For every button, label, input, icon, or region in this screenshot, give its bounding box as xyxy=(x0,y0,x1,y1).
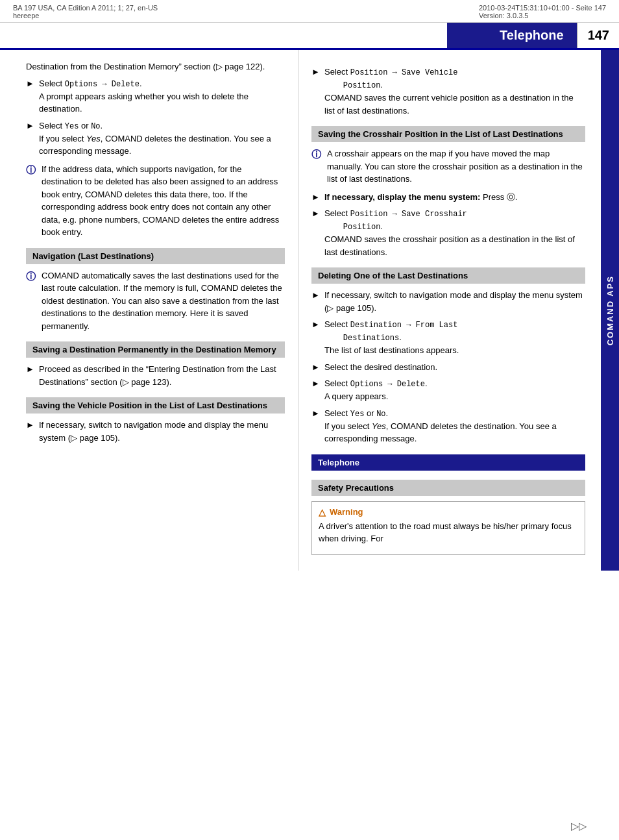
page-number: 147 xyxy=(577,23,619,48)
del4-detail: A query appears. xyxy=(324,391,388,401)
bullet-del-5: ► Select Yes or No. If you select Yes, C… xyxy=(311,407,585,445)
bullet-del-2: ► Select Destination → From Last Destina… xyxy=(311,318,585,357)
bullet2-detail: If you select Yes, COMAND deletes the de… xyxy=(39,134,271,156)
dest-memory-label: Saving a Destination Permanently in the … xyxy=(32,345,276,354)
info-icon-2: ⓘ xyxy=(26,269,39,333)
bullet-content-2: Select Yes or No. If you select Yes, COM… xyxy=(39,119,285,158)
bullet-arrow-d5: ► xyxy=(311,407,322,445)
info-note-text: If the address data, which supports navi… xyxy=(42,163,285,239)
bullet-content-1: Select Options → Delete. A prompt appear… xyxy=(39,77,285,116)
bullet-dest-memory: ► Proceed as described in the “Entering … xyxy=(26,363,285,388)
bullet-content-d5: Select Yes or No. If you select Yes, COM… xyxy=(324,407,585,445)
bullet-del-4: ► Select Options → Delete. A query appea… xyxy=(311,377,585,403)
bullet-content-d2: Select Destination → From Last Destinati… xyxy=(324,318,585,357)
del2-suffix: . xyxy=(399,332,402,342)
nav-arrow-text: ▷▷ xyxy=(571,821,587,832)
del5-mid: or xyxy=(364,408,376,418)
bullet-arrow-r2: ► xyxy=(311,191,322,204)
bullet-options-delete: ► Select Options → Delete. A prompt appe… xyxy=(26,77,285,116)
bullet-content-d3: Select the desired destination. xyxy=(324,361,585,374)
bullet-save-vehicle: ► Select Position → Save Vehicle Positio… xyxy=(311,66,585,117)
save-crosshair-suffix: . xyxy=(380,221,383,231)
telephone-section-header: Telephone xyxy=(311,454,585,471)
bullet2-mid: or xyxy=(79,121,91,130)
side-label-bar: COMAND APS xyxy=(601,50,619,571)
vehicle-pos-section-header: Saving the Vehicle Position in the List … xyxy=(26,397,285,414)
warning-label: Warning xyxy=(330,507,363,517)
del5-detail: If you select Yes, COMAND deletes the de… xyxy=(324,421,557,444)
crosshair-section-header: Saving the Crosshair Position in the Lis… xyxy=(311,126,585,142)
info-note-nav: ⓘ COMAND automatically saves the last de… xyxy=(26,269,285,333)
bullet-arrow-1: ► xyxy=(26,77,36,116)
delete-last-header: Deleting One of the Last Destinations xyxy=(311,267,585,284)
header-right-line1: 2010-03-24T15:31:10+01:00 - Seite 147 xyxy=(479,4,606,12)
bullet2-suffix: . xyxy=(101,121,103,130)
bullet1-suffix: . xyxy=(140,79,142,88)
bullet-save-crosshair: ► Select Position → Save Crosshair Posit… xyxy=(311,207,585,258)
right-column: COMAND APS ► Select Position → Save Vehi… xyxy=(298,50,619,571)
display-menu-bold: If necessary, display the menu system: xyxy=(324,192,480,202)
bullet-arrow-d4: ► xyxy=(311,377,322,403)
bullet-content-3: Proceed as described in the “Entering De… xyxy=(39,363,285,388)
bullet-del-1: ► If necessary, switch to navigation mod… xyxy=(311,289,585,314)
bullet-arrow-4: ► xyxy=(26,419,36,444)
del2-detail: The list of last destinations appears. xyxy=(324,345,459,355)
intro-text: Destination from the Destination Memory”… xyxy=(26,60,285,73)
title-bar-spacer xyxy=(0,23,447,48)
header-left-line1: BA 197 USA, CA Edition A 2011; 1; 27, en… xyxy=(13,4,158,12)
del5-suffix: . xyxy=(386,408,389,418)
del5-code2: No xyxy=(376,410,385,419)
bullet-arrow-3: ► xyxy=(26,363,36,388)
left-column: Destination from the Destination Memory”… xyxy=(0,50,298,571)
warning-box: △ Warning A driver's attention to the ro… xyxy=(311,501,585,555)
crosshair-label: Saving the Crosshair Position in the Lis… xyxy=(318,129,563,139)
header-left-line2: hereepe xyxy=(13,12,158,19)
info-note-nav-text: COMAND automatically saves the last dest… xyxy=(42,269,285,333)
right-content: ► Select Position → Save Vehicle Positio… xyxy=(311,66,585,555)
safety-precautions-label: Safety Precautions xyxy=(318,483,394,493)
del5-prefix: Select xyxy=(324,408,350,418)
info-note-crosshair: ⓘ A crosshair appears on the map if you … xyxy=(311,147,585,186)
bullet1-detail: A prompt appears asking whether you wish… xyxy=(39,92,249,114)
bullet-display-menu: ► If necessary, display the menu system:… xyxy=(311,191,585,204)
bullet-content-r2: If necessary, display the menu system: P… xyxy=(324,191,585,204)
header-right: 2010-03-24T15:31:10+01:00 - Seite 147 Ve… xyxy=(479,4,606,19)
title-bar: Telephone 147 xyxy=(0,23,619,50)
nav-last-destinations-header: Navigation (Last Destinations) xyxy=(26,248,285,264)
side-label-text: COMAND APS xyxy=(605,275,615,345)
warning-title: △ Warning xyxy=(319,507,578,517)
bullet-arrow-d3: ► xyxy=(311,361,322,374)
bullet-content-r3: Select Position → Save Crosshair Positio… xyxy=(324,207,585,258)
nav-arrow: ▷▷ xyxy=(571,820,587,832)
info-note-crosshair-text: A crosshair appears on the map if you ha… xyxy=(327,147,585,186)
bullet-content-d4: Select Options → Delete. A query appears… xyxy=(324,377,585,403)
bullet-arrow-2: ► xyxy=(26,119,36,158)
bullet2-code1: Yes xyxy=(65,122,79,131)
safety-precautions-header: Safety Precautions xyxy=(311,480,585,496)
bullet-content-r1: Select Position → Save Vehicle Position.… xyxy=(324,66,585,117)
del2-prefix: Select xyxy=(324,319,350,329)
save-crosshair-detail: COMAND saves the crosshair position as a… xyxy=(324,234,575,257)
bullet-arrow-d2: ► xyxy=(311,318,322,357)
bullet-content-d1: If necessary, switch to navigation mode … xyxy=(324,289,585,314)
del4-prefix: Select xyxy=(324,378,350,388)
info-icon-1: ⓘ xyxy=(26,163,39,239)
del4-suffix: . xyxy=(425,378,428,388)
header-left: BA 197 USA, CA Edition A 2011; 1; 27, en… xyxy=(13,4,158,19)
nav-last-destinations-label: Navigation (Last Destinations) xyxy=(32,251,154,261)
warning-text: A driver's attention to the road must al… xyxy=(319,520,578,545)
telephone-label: Telephone xyxy=(318,458,359,467)
bullet2-code2: No xyxy=(91,122,100,131)
del4-code: Options → Delete xyxy=(350,380,425,389)
bullet-arrow-d1: ► xyxy=(311,289,322,314)
page-header: BA 197 USA, CA Edition A 2011; 1; 27, en… xyxy=(0,0,619,23)
bullet2-prefix: Select xyxy=(39,121,65,130)
vehicle-pos-label: Saving the Vehicle Position in the List … xyxy=(32,401,267,410)
title-bar-title: Telephone xyxy=(447,23,577,48)
del5-code1: Yes xyxy=(350,410,365,419)
bullet-del-3: ► Select the desired destination. xyxy=(311,361,585,374)
save-vehicle-detail: COMAND saves the current vehicle positio… xyxy=(324,93,574,116)
save-crosshair-prefix: Select xyxy=(324,208,350,218)
bullet-arrow-r3: ► xyxy=(311,207,322,258)
save-vehicle-prefix: Select xyxy=(324,67,350,77)
